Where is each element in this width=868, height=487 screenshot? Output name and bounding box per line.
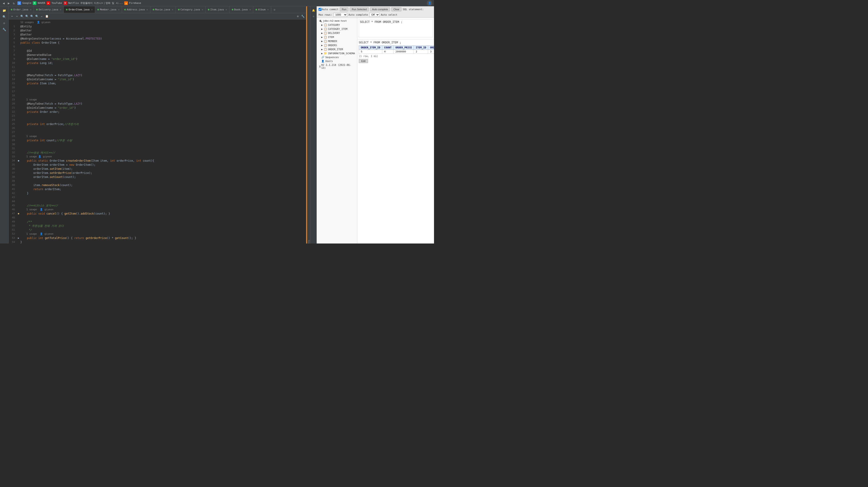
bookmark-firebase-label[interactable]: Firebase [129,2,141,4]
bookmark-disney-label[interactable]: 디즈니+｜영화 및 시... [94,1,123,5]
run-button[interactable]: Run [340,7,348,11]
table-icon: 📋 [324,48,327,51]
tab-delivery-java[interactable]: Delivery.java ✕ [34,6,64,13]
sidebar-icon-2[interactable]: 🔍 [2,14,7,20]
notifications-icon[interactable]: 🔔 [311,8,316,13]
tree-label: Users [325,60,333,63]
bookmark-naver[interactable]: N [33,1,36,5]
code-line: 6 [8,45,306,49]
bookmark-netflix[interactable]: N [63,1,67,5]
toolbar-search2[interactable]: 🔍 [25,14,29,18]
clear-button[interactable]: Clear [391,7,401,11]
tab-close[interactable]: ✕ [249,8,251,11]
toolbar-copy[interactable]: 📋 [45,14,49,18]
code-editor[interactable]: 12 usages 👤 giyeon 1 @Entity 2 @Getter 3… [8,20,306,244]
tree-item-info-schema[interactable]: ▶ 📁 INFORMATION_SCHEMA [317,51,357,55]
code-line: 38 orderItem.setCount(count); [8,175,306,179]
auto-select-label: Auto select [381,13,397,16]
toolbar-search3[interactable]: 🔍 [30,14,34,18]
toolbar-wrench[interactable]: 🔧 [301,14,305,18]
run-selected-button[interactable]: Run Selected [350,7,369,11]
bookmark-coupang-label[interactable]: 쿠팡플레이 [80,1,93,5]
sidebar-icon-4[interactable]: 🔧 [2,27,7,32]
auto-complete-select[interactable]: Off On [369,13,379,17]
bookmark-google[interactable]: G [18,1,21,5]
tab-close[interactable]: ✕ [60,8,61,11]
tab-album[interactable]: Album ▾ [253,6,271,13]
col-order-price[interactable]: ORDER_PRICE [394,46,414,50]
code-line: 13 @ManyToOne(fetch = FetchType.LAZY) [8,73,306,77]
auto-commit-checkbox[interactable]: Auto commit [318,8,338,11]
auto-complete-button[interactable]: Auto complete [370,7,390,11]
toolbar-search1[interactable]: 🔍 [20,14,24,18]
tab-close[interactable]: ✕ [172,8,173,11]
tab-orderitem-java[interactable]: OrderItem.java ✕ [64,6,95,13]
sidebar-icon-1[interactable]: 📁 [2,8,7,13]
bookmark-google-label[interactable]: Google [22,2,31,4]
toolbar-forward[interactable]: ➡ [15,14,19,18]
bookmark-firebase[interactable]: 🔥 [124,1,128,5]
tree-label: H2 2.1.214 (2022-06-13) [321,63,355,69]
tree-item-users[interactable]: 👤 Users [317,59,357,63]
toolbar-search4[interactable]: 🔍 [35,14,39,18]
tab-address-java[interactable]: Address.java ✕ [122,6,151,13]
col-count[interactable]: COUNT [382,46,394,50]
tab-close[interactable]: ✕ [30,8,31,11]
tab-close[interactable]: ✕ [118,8,120,11]
tab-close[interactable]: ✕ [226,8,227,11]
tab-book-java[interactable]: Book.java ✕ [229,6,253,13]
tab-close[interactable]: ✕ [91,8,93,11]
tree-label: ITEM [328,36,334,39]
code-line: 12 [8,69,306,73]
bookmark-youtube-label[interactable]: YouTube [52,2,62,4]
forward-icon[interactable]: ▶ [7,1,10,5]
max-rows-select[interactable]: 1000 100 500 10000 [334,13,347,17]
tab-close[interactable]: ✕ [202,8,203,11]
bookmark-youtube[interactable]: ▶ [46,1,50,5]
tab-dot [97,9,99,10]
tab-item-java[interactable]: Item.java ✕ [206,6,229,13]
tree-item-item[interactable]: ▶ 📋 ITEM [317,35,357,39]
toolbar-back[interactable]: ⬅ [10,14,14,18]
toolbar-edit[interactable]: ✏ [40,14,44,18]
h2-main: SELECT * FROM ORDER_ITEM ; ORDER_ITEM_ID… [358,18,434,244]
tab-close[interactable]: ✕ [147,8,148,11]
connection-label: jdbc:h2:mem:test [323,20,347,22]
settings-icon[interactable]: ⚙ [271,8,277,11]
tree-item-category-item[interactable]: ▶ 📋 CATEOGRY_ITEM [317,27,357,31]
tab-category-java[interactable]: Category.java ✕ [176,6,206,13]
tab-order-java[interactable]: Order.java ✕ [8,6,34,13]
bookmark-netflix-label[interactable]: Netflix [68,2,79,4]
tab-member-java[interactable]: Member.java ✕ [95,6,122,13]
tab-dot [66,9,67,10]
settings-icon[interactable]: ⚙ [311,14,316,19]
sql-input[interactable] [359,19,433,37]
code-line: 31 [8,146,306,150]
tree-item-category[interactable]: ▶ 📋 CATEGORY [317,23,357,27]
tree-item-sequences[interactable]: 🔗 Sequences [317,55,357,59]
tree-label: Sequences [325,56,339,59]
tab-close[interactable]: ▾ [267,8,269,11]
tree-item-h2-version[interactable]: ℹ H2 2.1.214 (2022-06-13) [317,63,357,70]
tree-item-order-item[interactable]: ▶ 📋 ORDER_ITEM [317,47,357,51]
reload-icon[interactable]: ↻ [12,1,16,5]
tree-connection[interactable]: 🔌 jdbc:h2:mem:test [317,19,357,23]
profile-avatar[interactable]: 👤 [427,0,432,6]
tree-item-delivery[interactable]: ▶ 📋 DELIVERY [317,31,357,35]
code-line: 24 [8,118,306,122]
toolbar-settings[interactable]: ⚙ [296,14,300,18]
col-order-id[interactable]: ORDER_ID [428,46,434,50]
tab-label: Order.java [13,8,28,11]
col-item-id[interactable]: ITEM_ID [414,46,428,50]
edit-button[interactable]: Edit [359,59,368,63]
tree-item-orders[interactable]: ▶ 📋 ORDERS [317,43,357,47]
bookmark-naver-label[interactable]: NAVER [38,2,45,4]
tab-movie-java[interactable]: Movie.java ✕ [151,6,176,13]
h2-body: 🔌 jdbc:h2:mem:test ▶ 📋 CATEGORY ▶ 📋 CATE… [317,18,434,244]
code-line: 30 [8,142,306,146]
col-order-item-id[interactable]: ORDER_ITEM_ID [359,46,382,50]
notifications-sidebar: 🔔 ⚙ [310,6,316,244]
back-icon[interactable]: ◀ [2,1,5,5]
sidebar-icon-3[interactable]: ⚙ [2,20,7,26]
tree-item-member[interactable]: ▶ 📋 MEMBER [317,39,357,43]
